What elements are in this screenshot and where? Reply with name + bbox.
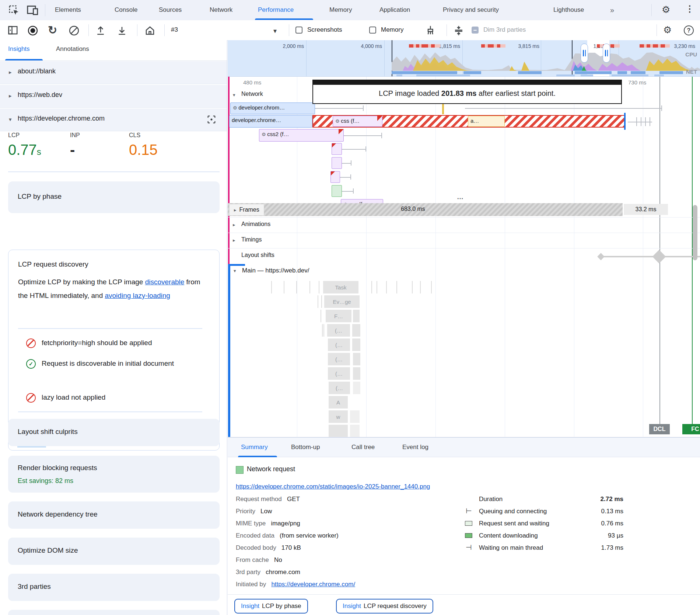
kebab-menu-icon[interactable]: ⋮	[685, 4, 694, 14]
chevron-right-icon[interactable]: ▸	[9, 93, 12, 99]
flame-chart[interactable]: 480 ms 730 ms ▾ Network ⚙ developer.chro…	[228, 77, 700, 437]
network-request-bar-lcp[interactable]: developer.chrome…	[229, 115, 312, 128]
flame-event[interactable]	[350, 410, 360, 423]
selection-handle-left[interactable]	[581, 44, 588, 63]
insight-chip-lcp-by-phase[interactable]: InsightLCP by phase	[234, 599, 308, 614]
record-button-icon[interactable]	[27, 25, 38, 36]
settings-gear-icon[interactable]: ⚙	[662, 4, 670, 15]
flame-event[interactable]	[329, 425, 348, 437]
home-icon[interactable]	[144, 25, 155, 36]
small-request-bar[interactable]	[332, 157, 342, 169]
timeline-overview[interactable]: 2,000 ms 4,000 ms 1,815 ms 3,815 ms 1,23…	[228, 40, 700, 77]
upload-profile-icon[interactable]	[95, 25, 106, 36]
frames-track[interactable]: ▸ Frames 683.0 ms 33.2 ms	[228, 202, 700, 218]
vertical-scrollbar[interactable]	[693, 205, 697, 260]
collapse-tracks-icon[interactable]	[453, 25, 464, 36]
tab-lighthouse[interactable]: Lighthouse	[553, 0, 584, 20]
chevron-down-icon[interactable]: ▾	[234, 268, 236, 274]
css-request-bar[interactable]: ⚙ css (f…	[333, 116, 382, 127]
avoid-lazy-loading-link[interactable]: avoiding lazy-loading	[105, 292, 170, 299]
font-request-bar[interactable]: a…	[468, 116, 505, 127]
tab-summary[interactable]: Summary	[241, 444, 268, 451]
flame-event[interactable]: (…	[328, 353, 350, 365]
initiator-link[interactable]: https://developer.chrome.com/	[271, 581, 355, 588]
field-trace-crosshair-icon[interactable]	[206, 114, 217, 125]
insight-card-3rd-parties[interactable]: 3rd parties	[8, 574, 220, 601]
tab-bottom-up[interactable]: Bottom-up	[291, 444, 320, 451]
main-track-label[interactable]: Main — https://web.dev/	[242, 267, 309, 274]
layout-shift-diamond[interactable]	[597, 253, 605, 260]
screenshots-checkbox[interactable]	[295, 27, 302, 34]
flame-event[interactable]	[350, 425, 360, 437]
discoverable-link[interactable]: discoverable	[145, 278, 185, 286]
network-request-bar[interactable]: ⚙ developer.chrom…	[230, 102, 315, 114]
chevron-right-icon[interactable]: ▸	[234, 207, 237, 213]
clear-recording-icon[interactable]	[69, 25, 80, 36]
flame-event[interactable]	[352, 324, 360, 337]
tab-annotations[interactable]: Annotations	[56, 45, 89, 53]
flame-event[interactable]: (…	[328, 367, 350, 380]
flame-event[interactable]: A	[329, 396, 348, 409]
memory-checkbox[interactable]	[369, 27, 376, 34]
dcl-marker-chip[interactable]: DCL	[649, 424, 670, 434]
chevron-right-icon[interactable]: ▸	[233, 237, 235, 243]
animations-track[interactable]: ▸ Animations	[228, 218, 700, 233]
css2-request-bar[interactable]: ⚙ css2 (f…	[259, 129, 344, 142]
insight-card-layout-shift-culprits[interactable]: Layout shift culprits	[8, 419, 220, 446]
download-profile-icon[interactable]	[116, 25, 127, 36]
dock-panel-icon[interactable]	[7, 25, 18, 35]
flame-event[interactable]: Ev…ge	[324, 295, 360, 308]
flame-event[interactable]: (…	[329, 382, 350, 394]
inspect-element-icon[interactable]	[8, 4, 20, 16]
device-toolbar-icon[interactable]	[27, 5, 39, 16]
network-track-label[interactable]: Network	[241, 91, 263, 97]
tab-application[interactable]: Application	[379, 0, 410, 20]
layout-shifts-track[interactable]: Layout shifts	[228, 249, 700, 264]
frames-header-chip[interactable]: ▸ Frames	[229, 204, 264, 216]
chevron-right-icon[interactable]: ▸	[233, 222, 235, 227]
timings-track[interactable]: ▸ Timings	[228, 233, 700, 249]
dim-3rd-parties-checkbox[interactable]	[472, 27, 479, 34]
small-request-bar-green[interactable]	[332, 185, 342, 197]
flame-event[interactable]	[353, 353, 360, 365]
flame-event[interactable]	[353, 310, 360, 322]
nav-item-developer-chrome[interactable]: ▾ https://developer.chrome.com	[0, 108, 227, 131]
flame-event[interactable]	[353, 367, 360, 380]
garbage-collect-icon[interactable]	[424, 25, 435, 36]
insight-chip-lcp-request-discovery[interactable]: InsightLCP request discovery	[336, 599, 433, 614]
flame-event[interactable]: F…	[326, 310, 351, 322]
request-url-link[interactable]: https://developer.chrome.com/static/imag…	[236, 483, 430, 490]
insight-card-partial[interactable]	[8, 610, 220, 615]
history-dropdown-icon[interactable]: ▾	[273, 27, 277, 35]
flame-event[interactable]: (…	[328, 338, 350, 351]
fc-marker-chip[interactable]: FC	[682, 424, 700, 434]
tab-memory[interactable]: Memory	[329, 0, 352, 20]
capture-settings-gear-icon[interactable]: ⚙	[663, 24, 672, 36]
more-tabs-icon[interactable]: »	[610, 0, 614, 20]
resize-handle-icon[interactable]: …	[457, 193, 464, 201]
tab-elements[interactable]: Elements	[55, 0, 81, 20]
flame-event[interactable]: w	[329, 410, 348, 423]
tab-call-tree[interactable]: Call tree	[351, 444, 375, 451]
insight-card-optimize-dom-size[interactable]: Optimize DOM size	[8, 538, 220, 565]
insight-card-lcp-by-phase[interactable]: LCP by phase	[8, 181, 220, 213]
chevron-down-icon[interactable]: ▾	[233, 92, 235, 98]
tab-privacy-security[interactable]: Privacy and security	[443, 0, 499, 20]
flame-event-task[interactable]: Task	[323, 281, 358, 293]
tab-network[interactable]: Network	[210, 0, 232, 20]
selection-handle-right[interactable]	[603, 44, 610, 63]
tab-performance[interactable]: Performance	[258, 0, 294, 20]
layout-shift-diamond-large[interactable]	[652, 250, 666, 264]
flame-event[interactable]	[352, 338, 360, 351]
nav-item-about-blank[interactable]: ▸ about://blank	[0, 61, 227, 84]
flame-event[interactable]	[353, 382, 360, 394]
nav-item-web-dev[interactable]: ▸ https://web.dev	[0, 85, 227, 108]
tab-event-log[interactable]: Event log	[402, 444, 428, 451]
tab-sources[interactable]: Sources	[159, 0, 182, 20]
flame-event[interactable]: (…	[327, 324, 350, 337]
chevron-right-icon[interactable]: ▸	[9, 69, 12, 76]
help-icon[interactable]: ?	[684, 25, 694, 35]
tab-insights[interactable]: Insights	[8, 45, 30, 53]
insight-card-network-dependency-tree[interactable]: Network dependency tree	[8, 501, 220, 529]
reload-record-icon[interactable]: ↻	[48, 24, 57, 37]
